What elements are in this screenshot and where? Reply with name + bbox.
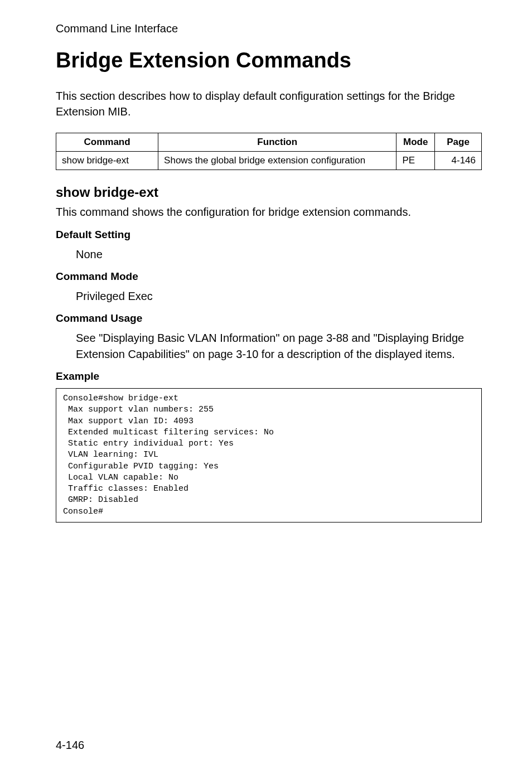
table-cell-page: 4-146 (435, 152, 482, 170)
table-header-mode: Mode (396, 133, 435, 152)
default-setting-label: Default Setting (56, 229, 482, 241)
command-usage-value: See "Displaying Basic VLAN Information" … (76, 330, 482, 362)
page-number: 4-146 (56, 739, 84, 752)
table-header-page: Page (435, 133, 482, 152)
command-mode-value: Privileged Exec (76, 288, 482, 304)
table-header-command: Command (56, 133, 158, 152)
page-title: Bridge Extension Commands (56, 49, 482, 72)
command-table: Command Function Mode Page show bridge-e… (56, 133, 482, 170)
breadcrumb: Command Line Interface (56, 22, 482, 35)
table-header-function: Function (158, 133, 396, 152)
table-cell-function: Shows the global bridge extension config… (158, 152, 396, 170)
command-mode-label: Command Mode (56, 270, 482, 283)
table-header-row: Command Function Mode Page (56, 133, 482, 152)
command-usage-label: Command Usage (56, 312, 482, 325)
code-block: Console#show bridge-ext Max support vlan… (56, 388, 482, 523)
command-subheading: show bridge-ext (56, 185, 482, 200)
default-setting-value: None (76, 246, 482, 263)
intro-text: This section describes how to display de… (56, 88, 482, 119)
table-row: show bridge-ext Shows the global bridge … (56, 152, 482, 170)
table-cell-mode: PE (396, 152, 435, 170)
example-label: Example (56, 370, 482, 383)
command-description: This command shows the configuration for… (56, 206, 482, 219)
table-cell-command: show bridge-ext (56, 152, 158, 170)
